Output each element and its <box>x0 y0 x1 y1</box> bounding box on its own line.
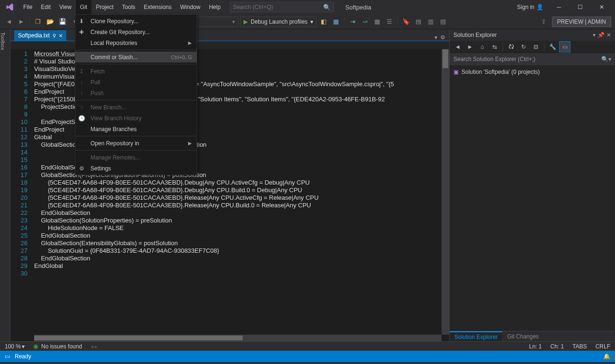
create-repo-icon: ✚ <box>77 29 86 36</box>
menu-project[interactable]: Project <box>91 0 118 14</box>
zoom-value: 100 % <box>5 343 21 350</box>
tabs-indicator[interactable]: TABS <box>572 343 587 350</box>
tb-icon-1[interactable]: ◧ <box>318 17 329 27</box>
solution-root-node[interactable]: ▣ Solution 'Softpedia' (0 projects) <box>453 67 611 77</box>
step-into-icon[interactable]: ⇥ <box>347 17 358 27</box>
back-icon[interactable]: ◄ <box>452 42 463 52</box>
pin-icon[interactable]: 📌 <box>597 32 605 38</box>
solution-search-placeholder: Search Solution Explorer (Ctrl+;) <box>453 56 535 62</box>
doc-tab-label: Softpedia.txt <box>18 32 50 39</box>
pull-icon: ↓ <box>77 79 86 86</box>
close-button[interactable]: ✕ <box>591 0 612 14</box>
gear-icon[interactable]: ⚙ <box>440 34 445 41</box>
refresh-icon[interactable]: ↻ <box>518 42 529 52</box>
git-clone-item[interactable]: ⬇ Clone Repository... <box>75 16 197 27</box>
menu-file[interactable]: File <box>19 0 36 14</box>
git-fetch-item: ↧ Fetch <box>75 66 197 77</box>
switch-view-icon[interactable]: ⇆ <box>489 42 500 52</box>
menu-git[interactable]: Git <box>76 0 91 14</box>
git-commit-item[interactable]: Commit or Stash... Ctrl+0, G <box>75 52 197 62</box>
vertical-scrollbar[interactable] <box>442 49 449 335</box>
separator <box>75 136 197 136</box>
close-tab-icon[interactable]: ✕ <box>59 33 63 38</box>
git-open-repo-in-item[interactable]: Open Repository in ▶ <box>75 138 197 149</box>
menu-extensions[interactable]: Extensions <box>140 0 176 14</box>
step-over-icon[interactable]: ⤻ <box>360 17 370 27</box>
tab-solution-explorer[interactable]: Solution Explorer <box>450 331 502 341</box>
nav-back-button[interactable]: ◄ <box>4 17 14 27</box>
tb-icon-2[interactable]: ▦ <box>331 17 341 27</box>
preview-icon[interactable]: ▭ <box>560 42 570 52</box>
git-view-history-item: 🕓 View Branch History <box>75 113 197 124</box>
issues-indicator[interactable]: ◉ No issues found <box>33 343 82 350</box>
branch-icon: ⑂ <box>77 104 86 111</box>
wrench-icon[interactable]: 🔧 <box>547 42 558 52</box>
live-share-icon[interactable]: ⇪ <box>539 17 549 27</box>
line-indicator[interactable]: Ln: 1 <box>529 343 542 350</box>
menu-edit[interactable]: Edit <box>36 0 55 14</box>
global-search[interactable]: 🔍 <box>230 2 334 12</box>
tb-icon-8[interactable]: ▤ <box>413 17 424 27</box>
separator <box>75 100 197 100</box>
chevron-right-icon: ▶ <box>188 141 192 146</box>
editor-status-bar: 100 % ▾ ◉ No issues found ◂ ▸ Ln: 1 Ch: … <box>0 341 615 351</box>
status-bar: ▭ Ready 🔔 <box>0 351 615 362</box>
app-title: Softpedia <box>345 4 371 11</box>
maximize-button[interactable]: ☐ <box>570 0 591 14</box>
menu-help[interactable]: Help <box>205 0 225 14</box>
git-menu-dropdown: ⬇ Clone Repository... ✚ Create Git Repos… <box>75 14 197 175</box>
launch-profile-label: Debug Launch profiles <box>251 18 308 25</box>
toolbox-tab[interactable]: Toolbox <box>0 29 10 341</box>
pin-icon[interactable]: ⚲ <box>53 33 56 38</box>
push-icon: ↑ <box>77 90 86 97</box>
preview-admin-button[interactable]: PREVIEW | ADMIN <box>552 17 611 27</box>
sign-in-label: Sign in <box>517 4 534 10</box>
git-create-repo-item[interactable]: ✚ Create Git Repository... <box>75 27 197 37</box>
nav-fwd-button[interactable]: ► <box>16 17 27 27</box>
window-icon: ▭ <box>5 353 10 360</box>
separator <box>544 43 544 51</box>
home-icon[interactable]: ⌂ <box>477 42 488 52</box>
sync-icon[interactable]: 🗘 <box>506 42 516 52</box>
zoom-control[interactable]: 100 % ▾ <box>5 343 25 350</box>
menu-tools[interactable]: Tools <box>118 0 140 14</box>
new-project-button[interactable]: ❐ <box>33 17 43 27</box>
open-file-button[interactable]: 📂 <box>45 17 55 27</box>
fwd-icon[interactable]: ► <box>465 42 475 52</box>
save-button[interactable]: 💾 <box>57 17 68 27</box>
git-settings-item[interactable]: ⚙ Settings <box>75 163 197 174</box>
tb-icon-10[interactable]: ▧ <box>438 17 448 27</box>
panel-header[interactable]: Solution Explorer ▾ 📌 ✕ <box>450 29 615 41</box>
menu-window[interactable]: Window <box>176 0 205 14</box>
launch-profile-dropdown[interactable]: ▶ Debug Launch profiles ▾ <box>240 17 317 27</box>
collapse-icon[interactable]: ⊟ <box>531 42 541 52</box>
crlf-indicator[interactable]: CRLF <box>596 343 610 350</box>
panel-title: Solution Explorer <box>453 32 497 38</box>
history-icon: 🕓 <box>77 115 86 122</box>
git-local-repos-item[interactable]: Local Repositories ▶ <box>75 37 197 48</box>
search-options-icon[interactable]: 🔍▾ <box>601 56 611 62</box>
git-pull-item: ↓ Pull <box>75 77 197 88</box>
notifications-icon[interactable]: 🔔 <box>603 353 610 360</box>
solution-search[interactable]: Search Solution Explorer (Ctrl+;) 🔍▾ <box>450 53 615 65</box>
tab-overflow-icon[interactable]: ▾ <box>434 34 437 41</box>
tab-git-changes[interactable]: Git Changes <box>502 331 543 341</box>
tb-icon-5[interactable]: ▦ <box>372 17 382 27</box>
separator <box>29 18 30 26</box>
tb-icon-9[interactable]: ▥ <box>425 17 436 27</box>
global-search-input[interactable] <box>233 4 323 10</box>
solution-tree[interactable]: ▣ Solution 'Softpedia' (0 projects) <box>450 65 615 79</box>
user-icon: 👤 <box>536 4 543 10</box>
close-panel-icon[interactable]: ✕ <box>606 32 611 38</box>
bookmark-icon[interactable]: 🔖 <box>401 17 411 27</box>
minimize-button[interactable]: ─ <box>548 0 570 14</box>
char-indicator[interactable]: Ch: 1 <box>551 343 564 350</box>
git-manage-branches-item[interactable]: Manage Branches <box>75 124 197 134</box>
doc-tab-softpedia[interactable]: Softpedia.txt ⚲ ✕ <box>14 30 66 41</box>
sign-in-button[interactable]: Sign in 👤 <box>514 4 546 10</box>
horizontal-scrollbar[interactable] <box>34 335 442 341</box>
panel-menu-icon[interactable]: ▾ <box>593 32 596 38</box>
tb-icon-6[interactable]: ☰ <box>384 17 395 27</box>
panel-toolbar: ◄ ► ⌂ ⇆ 🗘 ↻ ⊟ 🔧 ▭ <box>450 41 615 53</box>
menu-view[interactable]: View <box>55 0 76 14</box>
